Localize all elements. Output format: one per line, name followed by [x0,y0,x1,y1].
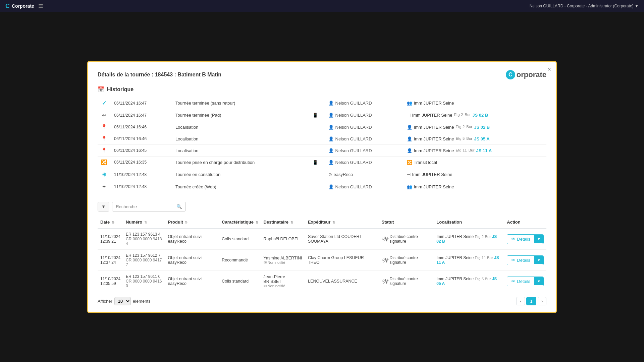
cell-action: 👁 Détails ▼ [504,271,546,292]
hist-person: 👤 Nelson GUILLARD [325,109,404,121]
filter-icon: ▼ [101,204,106,209]
app-logo: C Corporate ☰ [5,3,43,10]
hist-location: 👤 Imm JUPITER Seine Etg 5 Bur JS 05 A [404,133,546,145]
eye-icon: 👁 [511,237,516,242]
hist-event: Localisation [172,133,306,145]
col-header-expéditeur[interactable]: Expéditeur ⇅ [305,216,379,228]
sign-icon: 𝒲 [382,278,388,285]
hist-icon: ⊕ [98,168,111,181]
col-header-destinataire[interactable]: Destinataire ⇅ [261,216,306,228]
detail-dropdown-button[interactable]: ▼ [534,256,543,264]
table-row: 11/10/202412:35:59 ER 123 157 9611 0CR 0… [98,271,546,292]
detail-button-group[interactable]: 👁 Détails ▼ [507,255,544,265]
hist-device [306,97,325,109]
hist-person: 👤 Nelson GUILLARD [325,133,404,145]
col-header-produit[interactable]: Produit ⇅ [165,216,219,228]
hist-person: 👤 Nelson GUILLARD [325,157,404,168]
detail-button-group[interactable]: 👁 Détails ▼ [507,234,544,244]
col-header-caractéristique[interactable]: Caractéristique ⇅ [219,216,261,228]
cell-date: 11/10/202412:35:59 [98,271,123,292]
search-input[interactable] [112,202,173,211]
cell-expediteur: Clay Charm Group LESUEUR THEO [305,250,379,271]
historique-row: ⊕ 11/10/2024 12:48 Tournée en constituti… [98,168,546,181]
cell-statut: 𝒲 Distribué contre signature [379,271,434,292]
hist-icon: ✓ [98,97,111,109]
cell-date: 11/10/202412:39:21 [98,228,123,250]
hist-location: 👤 Imm JUPITER Seine Etg 11 Bur JS 11 A [404,145,546,157]
hist-event: Tournée terminée (Pad) [172,109,306,121]
cell-localisation: Imm JUPITER Seine Etg 5 Bur JS 05 A [434,271,504,292]
hist-icon: 📍 [98,145,111,157]
hist-device [306,145,325,157]
cell-destinataire: Raphaël DELOBEL [261,228,306,250]
hist-device [306,168,325,181]
hist-event: Localisation [172,145,306,157]
hist-date: 06/11/2024 16:35 [111,157,172,168]
cell-numero: ER 123 157 9613 4CR 0000 0000 9418 4 [123,228,165,250]
hist-icon: 🔀 [98,157,111,168]
filter-button[interactable]: ▼ [98,202,109,212]
historique-label: Historique [107,86,133,93]
detail-dropdown-button[interactable]: ▼ [534,277,543,285]
modal-logo: C orporate [506,70,546,79]
eye-icon: 👁 [511,258,516,263]
hist-location: ⊣ Imm JUPITER Seine [404,168,546,181]
cell-expediteur: LENOUVEL ASSURANCE [305,271,379,292]
hist-icon: ↩ [98,109,111,121]
per-page-select[interactable]: 10 25 50 [114,297,131,305]
hist-date: 11/10/2024 12:48 [111,181,172,193]
cell-destinataire: Jean-Pierre BRISSET ✉ Non notifié [261,271,306,292]
page-1-button[interactable]: 1 [526,297,536,305]
historique-row: ↩ 06/11/2024 16:47 Tournée terminée (Pad… [98,109,546,121]
elements-label: éléments [133,299,151,304]
pagination-controls: ‹ 1 › [516,297,546,305]
search-bar: ▼ 🔍 [98,202,546,212]
hist-location: 👥 Imm JUPITER Seine [404,181,546,193]
historique-row: 📍 06/11/2024 16:46 Localisation 👤 Nelson… [98,121,546,133]
hist-event: Tournée terminée (sans retour) [172,97,306,109]
hist-location: ⊣ Imm JUPITER Seine Etg 2 Bur JS 02 B [404,109,546,121]
hist-device [306,181,325,193]
hist-date: 06/11/2024 16:46 [111,133,172,145]
prev-page-button[interactable]: ‹ [516,297,525,305]
detail-button-group[interactable]: 👁 Détails ▼ [507,277,544,286]
pagination-bar: Afficher 10 25 50 éléments ‹ 1 › [98,297,546,305]
search-button[interactable]: 🔍 [173,202,185,211]
modal-overlay: Détails de la tournée : 184543 : Batimen… [0,12,644,362]
table-row: 11/10/202412:37:24 ER 123 157 9612 7CR 0… [98,250,546,271]
close-button[interactable]: × [547,66,551,73]
modal-title: Détails de la tournée : 184543 : Batimen… [98,72,221,78]
cell-destinataire: Yasmine ALBERTINI ✉ Non notifié [261,250,306,271]
col-header-numéro[interactable]: Numéro ⇅ [123,216,165,228]
hist-icon: 📍 [98,121,111,133]
next-page-button[interactable]: › [538,297,546,305]
hist-location: 🔀 Transit local [404,157,546,168]
hist-device [306,121,325,133]
detail-main-button[interactable]: 👁 Détails [507,235,534,244]
cell-localisation: Imm JUPITER Seine Etg 2 Bur JS 02 B [434,228,504,250]
data-table: Date ⇅Numéro ⇅Produit ⇅Caractéristique ⇅… [98,216,546,292]
detail-main-button[interactable]: 👁 Détails [507,256,534,265]
detail-dropdown-button[interactable]: ▼ [534,235,543,243]
col-header-action[interactable]: Action [504,216,546,228]
hist-person: 👤 Nelson GUILLARD [325,121,404,133]
logo-icon: C [506,70,515,79]
hist-location: 👤 Imm JUPITER Seine Etg 2 Bur JS 02 B [404,121,546,133]
col-header-localisation[interactable]: Localisation [434,216,504,228]
col-header-statut[interactable]: Statut [379,216,434,228]
modal-title-prefix: Détails de la tournée : [98,72,153,77]
hist-icon: 📍 [98,133,111,145]
cell-numero: ER 123 157 9612 7CR 0000 0000 9417 7 [123,250,165,271]
sign-icon: 𝒲 [382,235,388,243]
hist-event: Tournée en constitution [172,168,306,181]
hist-date: 06/11/2024 16:45 [111,145,172,157]
cell-statut: 𝒲 Distribué contre signature [379,228,434,250]
cell-action: 👁 Détails ▼ [504,250,546,271]
modal-dialog: Détails de la tournée : 184543 : Batimen… [87,61,557,313]
cell-statut: 𝒲 Distribué contre signature [379,250,434,271]
hist-person: 👤 Nelson GUILLARD [325,181,404,193]
cell-numero: ER 123 157 9611 0CR 0000 0000 9416 0 [123,271,165,292]
statut-text: Distribué contre signature [390,255,431,265]
col-header-date[interactable]: Date ⇅ [98,216,123,228]
detail-main-button[interactable]: 👁 Détails [507,277,534,286]
